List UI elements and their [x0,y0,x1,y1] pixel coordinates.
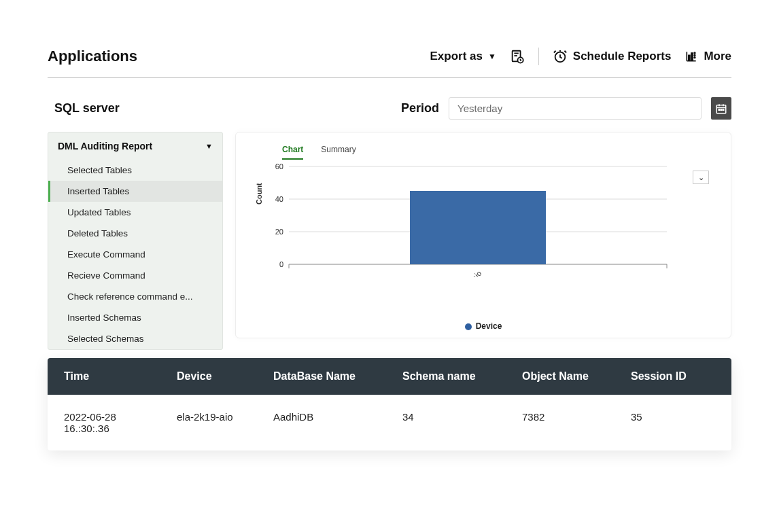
svg-rect-6 [689,55,690,60]
sidebar-item[interactable]: Selected Tables [48,160,222,181]
th-object[interactable]: Object Name [515,358,624,395]
tab-summary[interactable]: Summary [321,145,356,160]
svg-text:20: 20 [275,228,283,236]
period-filter: Period Yesterday [401,97,731,120]
legend-dot-icon [465,323,472,330]
sidebar-item[interactable]: Updated Tables [48,202,222,223]
sidebar-item[interactable]: Execute Command [48,244,222,265]
topbar: Applications Export as ▼ Schedule Report… [48,48,731,78]
period-value: Yesterday [457,103,502,114]
more-icon [685,50,698,63]
sidebar-item[interactable]: Check reference command e... [48,286,222,307]
svg-rect-17 [723,109,724,110]
tab-chart[interactable]: Chart [282,145,303,160]
th-session[interactable]: Session ID [624,358,726,395]
document-clock-icon [510,49,525,64]
table-header: Time Device DataBase Name Schema name Ob… [48,358,731,395]
table-cell: 2022-06-28 16.:30:.36 [48,395,170,450]
caret-down-icon: ▼ [205,142,213,150]
caret-down-icon: ▼ [488,52,496,61]
schedule-reports-button[interactable]: Schedule Reports [553,49,672,64]
main-content: DML Auditing Report ▼ Selected TablesIns… [48,132,731,350]
sidebar-item[interactable]: Inserted Schemas [48,307,222,328]
sidebar-item[interactable]: Deleted Tables [48,223,222,244]
y-axis-label: Count [255,183,263,205]
table-cell: ela-2k19-aio [170,395,266,450]
th-schema[interactable]: Schema name [396,358,515,395]
sidebar-item[interactable]: Selected Schemas [48,328,222,349]
export-history-button[interactable] [510,49,525,64]
period-label: Period [401,101,439,116]
svg-rect-28 [410,191,546,264]
chart-area: Count 0204060ela-2k19-aio [259,161,712,283]
sidebar-list: Selected TablesInserted TablesUpdated Ta… [48,160,222,349]
svg-text:40: 40 [275,195,283,203]
svg-point-10 [695,57,696,58]
svg-text:0: 0 [279,260,283,268]
more-button[interactable]: More [685,50,731,63]
results-table: Time Device DataBase Name Schema name Ob… [48,358,731,450]
table-cell: 34 [396,395,515,450]
table-cell: 35 [624,395,726,450]
sidebar-group-toggle[interactable]: DML Auditing Report ▼ [48,132,222,160]
svg-rect-7 [691,53,693,60]
svg-text:ela-2k19-aio: ela-2k19-aio [448,269,483,277]
chart-card: Chart Summary ⌄ Count 0204060ela-2k19-ai… [235,132,731,338]
schedule-label: Schedule Reports [573,50,672,63]
svg-text:60: 60 [275,162,283,171]
divider [538,48,539,65]
table-cell: AadhiDB [266,395,396,450]
export-dropdown[interactable]: Export as ▼ [430,50,496,63]
calendar-icon [715,103,727,115]
th-time[interactable]: Time [48,358,170,395]
th-device[interactable]: Device [170,358,266,395]
subheader: SQL server Period Yesterday [48,97,731,120]
sidebar-group-title: DML Auditing Report [58,141,152,152]
sidebar-item[interactable]: Recieve Command [48,265,222,286]
chart-tabs: Chart Summary [282,145,712,160]
svg-point-8 [695,52,696,54]
table-row[interactable]: 2022-06-28 16.:30:.36ela-2k19-aioAadhiDB… [48,395,731,450]
topbar-actions: Export as ▼ Schedule Reports More [430,48,731,65]
page-title: Applications [48,48,137,65]
bar-chart: 0204060ela-2k19-aio [259,161,694,277]
more-label: More [704,50,731,63]
svg-rect-16 [721,109,722,110]
table-cell: 7382 [515,395,624,450]
svg-rect-15 [719,109,720,110]
sidebar-item[interactable]: Inserted Tables [48,181,222,202]
calendar-button[interactable] [711,97,731,120]
section-title: SQL server [54,101,120,116]
alarm-clock-icon [553,49,568,64]
th-database[interactable]: DataBase Name [266,358,396,395]
period-select[interactable]: Yesterday [449,97,702,120]
chart-legend: Device [255,321,712,331]
export-label: Export as [430,50,482,63]
legend-text: Device [476,321,502,331]
table-body: 2022-06-28 16.:30:.36ela-2k19-aioAadhiDB… [48,395,731,450]
svg-point-5 [559,50,561,52]
svg-point-9 [695,55,696,56]
report-sidebar: DML Auditing Report ▼ Selected TablesIns… [48,132,223,350]
